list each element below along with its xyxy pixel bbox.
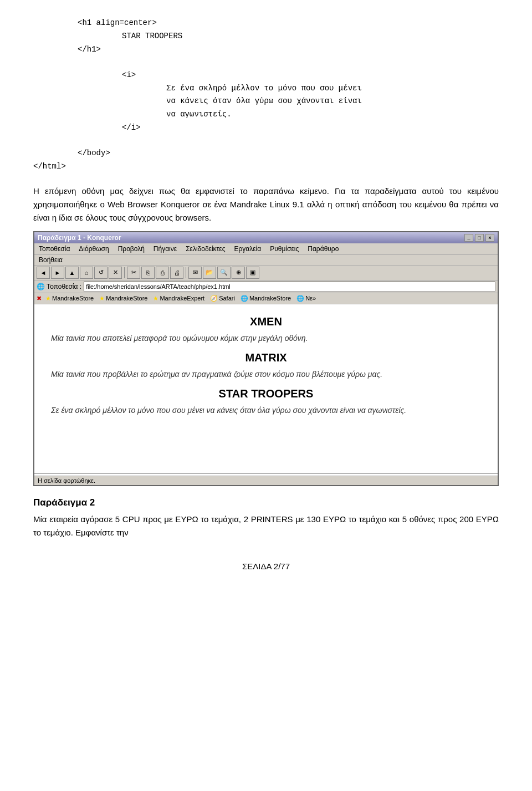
menu-help[interactable]: Βοήθεια — [37, 256, 65, 264]
maximize-button[interactable]: □ — [475, 234, 484, 242]
menu-settings[interactable]: Ρυθμίσεις — [268, 244, 301, 253]
close-button[interactable]: × — [485, 234, 494, 242]
content-title-xmen: XMEN — [51, 315, 481, 328]
zoom-button[interactable]: ⊕ — [232, 267, 245, 279]
star-icon-1: ★ — [45, 295, 51, 302]
content-text-matrix: Μία ταινία που προβάλλει το ερώτημα αν π… — [51, 370, 481, 379]
cut-button[interactable]: ✂ — [127, 267, 140, 279]
content-title-star: STAR TROOPERS — [51, 387, 481, 400]
up-button[interactable]: ▲ — [65, 267, 79, 279]
browser-window: Παράδειγμα 1 - Konqueror _ □ × Τοποθεσία… — [33, 231, 499, 486]
bookmarks-bar: ✖ ★ MandrakeStore ★ MandrakeStore ★ Mand… — [34, 293, 498, 304]
browser-menubar-2: Βοήθεια — [34, 255, 498, 266]
menu-go[interactable]: Πήγαινε — [151, 244, 179, 253]
statusbar-divider — [34, 473, 498, 473]
extra-icon: 🌐 — [241, 295, 248, 302]
code-block: <h1 align=center> STAR TROOPERS </h1> <i… — [33, 17, 499, 173]
code-line-4: <i> — [122, 69, 499, 82]
paste-button[interactable]: ⎙ — [156, 267, 169, 279]
terminal-button[interactable]: ▣ — [246, 267, 259, 279]
bookmark-mandrakeexpert[interactable]: ★ MandrakeExpert — [151, 294, 206, 303]
bookmark-more[interactable]: 🌐 Νε» — [295, 294, 318, 303]
bookmark-label-3: MandrakeExpert — [160, 295, 204, 302]
address-label: 🌐 Τοποθεσία : — [37, 283, 81, 290]
browser-toolbar: ◄ ► ▲ ⌂ ↺ ✕ ✂ ⎘ ⎙ 🖨 ✉ 📂 🔍 ⊕ ▣ — [34, 266, 498, 280]
page-content: <h1 align=center> STAR TROOPERS </h1> <i… — [0, 0, 532, 599]
browser-titlebar: Παράδειγμα 1 - Konqueror _ □ × — [34, 232, 498, 243]
example2-section: Παράδειγμα 2 Μία εταιρεία αγόρασε 5 CPU … — [33, 497, 499, 539]
more-icon: 🌐 — [296, 295, 304, 302]
bookmarks-error-icon: ✖ — [37, 295, 42, 302]
folder-button[interactable]: 📂 — [203, 267, 216, 279]
code-line-5: Σε ένα σκληρό μέλλον το μόνο που σου μέν… — [166, 82, 499, 95]
bookmark-mandrakestore[interactable]: ★ MandrakeStore — [98, 294, 149, 303]
stop-button[interactable]: ✕ — [109, 267, 122, 279]
reload-button[interactable]: ↺ — [94, 267, 108, 279]
search-button[interactable]: 🔍 — [217, 267, 231, 279]
browser-content: XMEN Μία ταινία που αποτελεί μεταφορά το… — [34, 304, 498, 471]
home-button[interactable]: ⌂ — [80, 267, 93, 279]
content-text-xmen: Μία ταινία που αποτελεί μεταφορά του ομώ… — [51, 334, 481, 343]
menu-location[interactable]: Τοποθεσία — [37, 244, 72, 253]
page-footer: ΣΕΛΙΔΑ 2/77 — [33, 562, 499, 582]
menu-tools[interactable]: Εργαλεία — [232, 244, 264, 253]
titlebar-buttons[interactable]: _ □ × — [464, 234, 494, 242]
bookmark-label-2: MandrakeStore — [106, 295, 147, 302]
browser-title: Παράδειγμα 1 - Konqueror — [38, 234, 121, 242]
code-line-1: <h1 align=center> — [78, 17, 499, 30]
content-title-matrix: MATRIX — [51, 351, 481, 364]
code-line-7: να αγωνιστείς. — [166, 108, 499, 121]
copy-button[interactable]: ⎘ — [141, 267, 155, 279]
code-line-8: </i> — [122, 121, 499, 135]
menu-view[interactable]: Προβολή — [116, 244, 147, 253]
page-number: ΣΕΛΙΔΑ 2/77 — [242, 562, 290, 571]
bookmark-label-1: MandrakeStore — [52, 295, 94, 302]
code-line-10: </html> — [33, 160, 499, 173]
code-line-2: STAR TROOPERS — [122, 30, 499, 43]
example2-text: Μία εταιρεία αγόρασε 5 CPU προς με ΕΥΡΩ … — [33, 513, 499, 539]
menu-bookmarks[interactable]: Σελιδοδείκτες — [183, 244, 227, 253]
intro-paragraph: Η επόμενη οθόνη μας δείχνει πως θα εμφαν… — [33, 185, 499, 224]
address-input[interactable] — [84, 282, 495, 292]
code-line-3: </h1> — [78, 43, 499, 57]
address-bar: 🌐 Τοποθεσία : — [34, 280, 498, 293]
star-icon-2: ★ — [99, 295, 105, 302]
safari-icon: 🧭 — [210, 295, 218, 302]
example2-header: Παράδειγμα 2 — [33, 497, 499, 508]
browser-menubar: Τοποθεσία Διόρθωση Προβολή Πήγαινε Σελιδ… — [34, 243, 498, 255]
bookmark-label-6: Νε» — [305, 295, 316, 302]
bookmark-mandrakesoft2[interactable]: 🌐 MandrakeStore — [239, 294, 293, 303]
star-icon-3: ★ — [153, 295, 158, 302]
mail-button[interactable]: ✉ — [188, 267, 202, 279]
bookmark-safari[interactable]: 🧭 Safari — [208, 294, 237, 303]
print-button[interactable]: 🖨 — [170, 267, 183, 279]
bookmark-label-5: MandrakeStore — [249, 295, 291, 302]
menu-edit[interactable]: Διόρθωση — [76, 244, 111, 253]
toolbar-separator-1 — [124, 267, 125, 278]
minimize-button[interactable]: _ — [464, 234, 473, 242]
bookmark-label-4: Safari — [219, 295, 235, 302]
browser-statusbar: Η σελίδα φορτώθηκε. — [34, 476, 498, 485]
toolbar-separator-2 — [186, 267, 186, 278]
forward-button[interactable]: ► — [51, 267, 64, 279]
back-button[interactable]: ◄ — [37, 267, 50, 279]
bookmark-mandrakesoft[interactable]: ★ MandrakeStore — [44, 294, 95, 303]
code-line-9: </body> — [78, 147, 499, 160]
content-text-star: Σε ένα σκληρό μέλλον το μόνο που σου μέν… — [51, 406, 481, 415]
menu-window[interactable]: Παράθυρο — [305, 244, 341, 253]
code-line-6: να κάνεις όταν όλα γύρω σου χάνονται είν… — [166, 95, 499, 108]
